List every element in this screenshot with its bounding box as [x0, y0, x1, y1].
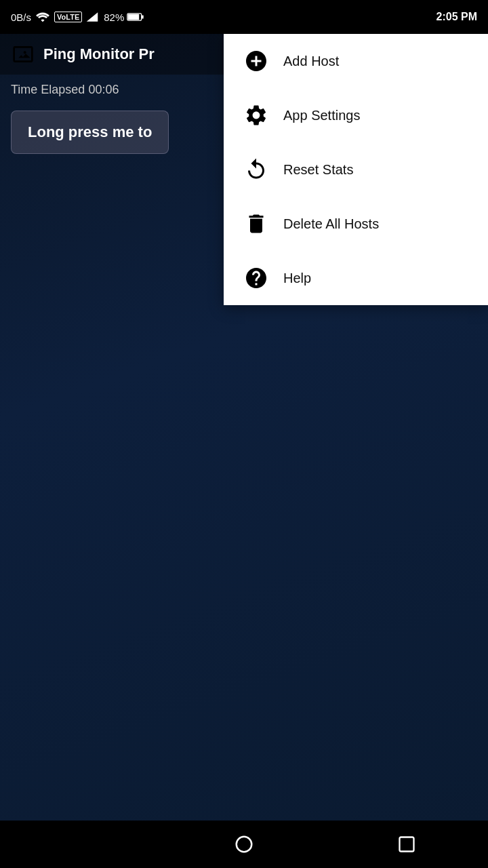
- wifi-icon: [35, 11, 50, 23]
- bottom-nav: [0, 821, 488, 868]
- help-icon: [243, 264, 270, 292]
- app-icon: [11, 42, 35, 66]
- status-time: 2:05 PM: [436, 11, 477, 23]
- menu-item-delete-all-hosts[interactable]: Delete All Hosts: [224, 197, 488, 251]
- volte-badge: VoLTE: [54, 12, 82, 22]
- app-title: Ping Monitor Pr: [43, 45, 155, 63]
- home-button[interactable]: [224, 824, 264, 865]
- network-speed: 0B/s: [11, 12, 31, 23]
- menu-item-add-host[interactable]: Add Host: [224, 34, 488, 88]
- menu-item-help[interactable]: Help: [224, 251, 488, 305]
- menu-item-reset-stats[interactable]: Reset Stats: [224, 142, 488, 197]
- app-settings-label: App Settings: [283, 108, 360, 123]
- long-press-button[interactable]: Long press me to: [11, 111, 169, 154]
- battery-percent: 82%: [104, 12, 124, 23]
- add-host-label: Add Host: [283, 54, 339, 69]
- status-bar: 0B/s VoLTE 82% 2:05 PM: [0, 0, 488, 34]
- dropdown-menu: Add Host App Settings Reset Stats Delete…: [224, 34, 488, 305]
- home-icon: [234, 834, 254, 854]
- recents-icon: [397, 835, 416, 854]
- time-elapsed-text: Time Elapsed 00:06: [11, 83, 119, 96]
- help-label: Help: [283, 271, 311, 286]
- battery-icon: [127, 12, 144, 22]
- back-button[interactable]: [61, 824, 102, 865]
- svg-point-3: [237, 837, 252, 852]
- photo-icon: [12, 43, 34, 65]
- reset-stats-icon: [243, 156, 270, 183]
- delete-all-hosts-label: Delete All Hosts: [283, 216, 379, 232]
- svg-rect-2: [128, 14, 139, 20]
- svg-rect-1: [142, 15, 144, 18]
- reset-stats-label: Reset Stats: [283, 162, 353, 178]
- menu-item-app-settings[interactable]: App Settings: [224, 88, 488, 142]
- svg-rect-4: [400, 837, 414, 852]
- long-press-label: Long press me to: [28, 123, 152, 140]
- status-bar-left: 0B/s VoLTE 82%: [11, 11, 428, 23]
- back-icon: [71, 834, 92, 854]
- app-settings-icon: [243, 102, 270, 129]
- signal-icon: [86, 11, 98, 23]
- delete-all-hosts-icon: [243, 210, 270, 237]
- add-host-icon: [243, 47, 270, 75]
- recents-button[interactable]: [386, 824, 427, 865]
